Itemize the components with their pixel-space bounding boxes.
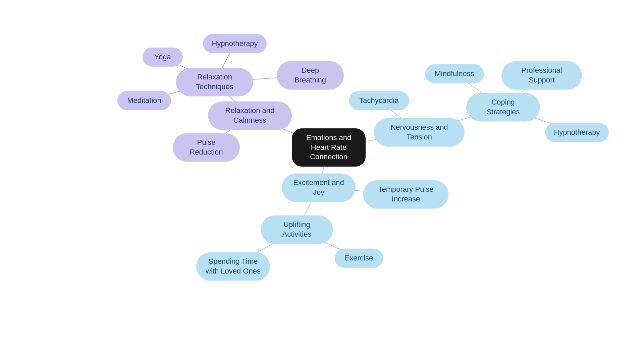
node-pulse_reduction[interactable]: Pulse Reduction xyxy=(173,133,240,162)
node-hypnotherapy_left[interactable]: Hypnotherapy xyxy=(203,34,267,53)
node-relaxation_calmness[interactable]: Relaxation and Calmness xyxy=(208,101,292,130)
node-temporary_pulse[interactable]: Temporary Pulse Increase xyxy=(363,180,449,208)
node-uplifting_activities[interactable]: Uplifting Activities xyxy=(261,215,333,244)
node-nervousness_tension[interactable]: Nervousness and Tension xyxy=(374,118,465,146)
mind-map-container: Emotions and Heart Rate ConnectionRelaxa… xyxy=(0,0,644,363)
node-center[interactable]: Emotions and Heart Rate Connection xyxy=(292,128,366,167)
node-excitement_joy[interactable]: Excitement and Joy xyxy=(282,173,356,202)
node-relaxation_techniques[interactable]: Relaxation Techniques xyxy=(176,68,253,96)
node-deep_breathing[interactable]: Deep Breathing xyxy=(277,61,344,89)
node-professional_support[interactable]: Professional Support xyxy=(501,61,582,89)
node-mindfulness[interactable]: Mindfulness xyxy=(425,64,484,83)
node-meditation[interactable]: Meditation xyxy=(117,91,171,110)
node-tachycardia[interactable]: Tachycardia xyxy=(349,91,409,110)
node-hypnotherapy_right[interactable]: Hypnotherapy xyxy=(545,123,609,142)
node-exercise[interactable]: Exercise xyxy=(335,249,383,268)
node-spending_time[interactable]: Spending Time with Loved Ones xyxy=(196,252,270,281)
node-coping_strategies[interactable]: Coping Strategies xyxy=(466,93,540,121)
node-yoga[interactable]: Yoga xyxy=(143,48,183,67)
